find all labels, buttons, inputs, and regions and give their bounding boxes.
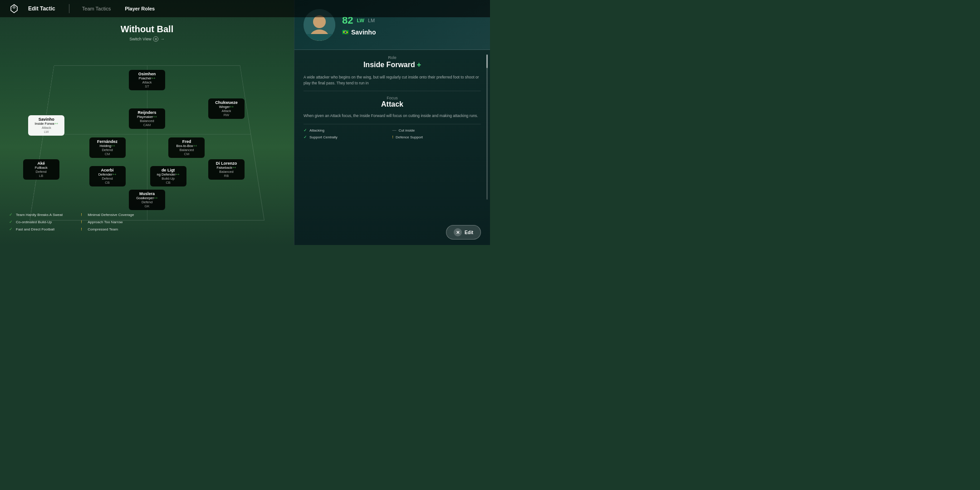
scrollbar-thumb[interactable] [486,54,488,68]
player-card-fern-ndez[interactable]: FernándezHolding++DefendCM [89,137,126,158]
player-card-role: ng Defender++ [154,172,183,176]
player-card-name: Acerbi [93,168,122,172]
role-name: Inside Forward [363,61,415,69]
focus-section: Focus Attack [294,93,490,111]
player-info-hero: 82 LW LM 🇧🇷 Savinho [342,15,481,36]
bottom-stats: ✓Team Hardly Breaks A Sweat✓Co-ordinated… [0,209,294,245]
attribute-item: —Cut inside [392,128,481,132]
stat-good-item: ✓Co-ordinated Build-Up [9,220,63,224]
player-card-position: CM [93,152,122,156]
player-card-role: Fullback [27,166,56,170]
player-card-position: RB [212,174,241,178]
attribute-label: Attacking [309,128,324,132]
stat-good-item: ✓Team Hardly Breaks A Sweat [9,212,63,217]
player-card-position: RW [212,113,241,117]
player-card-focus: Attack [32,126,61,130]
player-card-role: Poacher++ [132,76,162,80]
player-card-name: de Ligt [154,168,183,172]
player-card-name: Aké [27,161,56,166]
player-name-hero: 🇧🇷 Savinho [342,29,481,36]
player-card-name: Osimhen [132,72,162,76]
player-card-position: ST [132,84,162,88]
tab-player-roles[interactable]: Player Roles [121,6,158,11]
role-label: Role [304,55,481,60]
player-card-ak-[interactable]: AkéFullbackDefendLB [23,159,59,180]
check-icon: ✓ [304,128,307,132]
player-card-role: Defender++ [93,172,122,176]
player-position-secondary: LM [368,18,375,23]
player-card-position: CB [93,181,122,185]
focus-label: Focus [304,96,481,100]
scrollbar[interactable] [486,54,488,200]
player-position-primary: LW [357,18,364,23]
player-flag: 🇧🇷 [342,29,349,35]
attribute-label: Support Centrally [309,135,338,139]
check-icon: ✓ [9,227,14,231]
player-card-position: GK [132,204,162,208]
player-card-savinho[interactable]: SavinhoInside Forwa++AttackLW [28,115,64,136]
player-card-focus: Balanced [132,119,162,123]
attribute-item: ✓Attacking [304,128,392,132]
player-card-chukwueze[interactable]: ChukwuezeWinger++AttackRW [208,98,245,119]
player-card-position: CM [172,152,201,156]
check-icon: ✓ [9,212,14,217]
right-panel: 82 LW LM 🇧🇷 Savinho Role Inside Forward … [294,0,490,245]
player-card-muslera[interactable]: MusleraGoalkeeper++DefendGK [129,190,165,210]
player-card-name: Chukwueze [212,100,241,105]
player-card-focus: Defend [93,176,122,181]
attributes-grid: ✓Attacking—Cut inside✓Support Centrally!… [294,126,490,141]
attribute-item: !Defence Support [392,135,481,139]
tab-team-tactics[interactable]: Team Tactics [78,6,114,11]
hero-divider [294,49,490,50]
attribute-label: Cut inside [399,128,415,132]
section-divider-1 [304,91,481,91]
player-card-name: Savinho [32,117,61,122]
player-card-fred[interactable]: FredBox-to-Box++BalancedCM [168,137,205,158]
player-card-position: CAM [132,123,162,127]
warning-icon: ! [392,135,394,139]
header: Edit Tactic Team Tactics Player Roles [0,0,490,17]
player-card-de-ligt[interactable]: de Ligtng Defender++Build-UpCB [150,166,186,186]
player-card-focus: Attack [132,80,162,84]
player-card-position: LB [27,174,56,178]
section-divider-2 [304,124,481,124]
player-name: Savinho [351,29,376,36]
role-section: Role Inside Forward + [294,50,490,72]
player-card-role: Inside Forwa++ [32,122,61,126]
svg-point-1 [313,15,326,28]
stat-warn-item: !Approach Too Narrow [81,220,134,224]
role-description: A wide attacker who begins on the wing, … [294,72,490,89]
edit-button[interactable]: ✕ Edit [446,225,481,240]
player-card-name: Reijnders [132,110,162,115]
check-icon: ✓ [304,135,307,139]
game-logo-icon [9,4,19,14]
player-card-focus: Build-Up [154,176,183,181]
warning-icon: ! [81,212,85,217]
player-card-reijnders[interactable]: ReijndersPlaymaker++BalancedCAM [129,108,165,129]
warning-icon: ! [81,220,85,224]
player-card-acerbi[interactable]: AcerbiDefender++DefendCB [89,166,126,186]
edit-button-label: Edit [465,230,473,235]
switch-view-button[interactable]: Switch View R → [129,36,164,42]
player-card-role: Playmaker++ [132,115,162,119]
player-card-name: Di Lorenzo [212,161,241,166]
player-card-osimhen[interactable]: OsimhenPoacher++AttackST [129,70,165,90]
dash-icon: — [392,128,397,132]
player-card-name: Fred [172,139,201,144]
player-card-focus: Attack [212,109,241,113]
view-title: Without Ball [121,24,173,34]
warning-icon: ! [81,227,85,231]
player-card-di-lorenzo[interactable]: Di LorenzoFalseback++BalancedRB [208,159,245,180]
player-card-focus: Defend [132,200,162,204]
player-card-position: LW [32,130,61,134]
player-card-role: Goalkeeper++ [132,196,162,200]
stats-good: ✓Team Hardly Breaks A Sweat✓Co-ordinated… [9,212,63,241]
attribute-item: ✓Support Centrally [304,135,392,139]
role-value: Inside Forward + [304,61,481,69]
field-area: SavinhoInside Forwa++AttackLWOsimhenPoac… [15,44,279,213]
player-card-role: Winger++ [212,105,241,109]
app-title: Edit Tactic [28,5,55,12]
player-card-position: CB [154,181,183,185]
edit-button-row: ✕ Edit [446,225,481,240]
player-card-name: Fernández [93,139,122,144]
